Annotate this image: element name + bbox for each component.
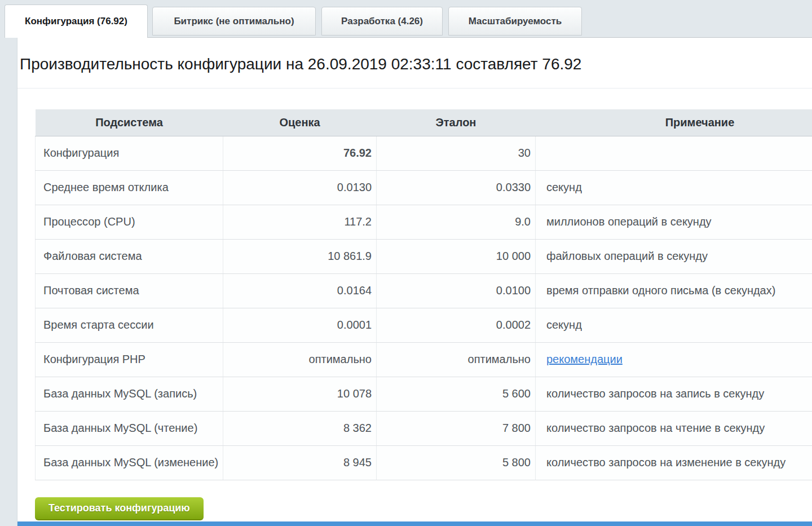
score-cell: 8 945 (223, 445, 377, 480)
standard-cell: 7 800 (377, 411, 536, 445)
score-cell: 0.0001 (223, 308, 377, 342)
subsystem-name-cell: База данных MySQL (чтение) (36, 411, 223, 445)
standard-cell: оптимально (377, 342, 536, 377)
standard-cell: 9.0 (377, 205, 536, 239)
test-configuration-button[interactable]: Тестировать конфигурацию (35, 497, 204, 520)
table-row: Почтовая система0.01640.0100время отправ… (36, 273, 812, 308)
tab-bar: Конфигурация (76.92) Битрикс (не оптимал… (0, 0, 812, 37)
tab-scalability-label: Масштабируемость (469, 16, 562, 27)
standard-cell: 0.0330 (377, 170, 536, 205)
table-area: Подсистема Оценка Эталон Примечание Конф… (17, 88, 812, 480)
tab-bitrix[interactable]: Битрикс (не оптимально) (152, 7, 316, 36)
table-row: Конфигурация PHPоптимальнооптимальнореко… (36, 342, 812, 377)
score-cell: 0.0130 (223, 170, 377, 205)
subsystem-name-cell: Файловая система (36, 239, 223, 273)
standard-cell: 0.0002 (377, 308, 536, 342)
standard-cell: 5 800 (377, 445, 536, 480)
score-cell: 117.2 (223, 205, 377, 239)
subsystem-name-cell: База данных MySQL (изменение) (36, 445, 223, 480)
score-cell: 8 362 (223, 411, 377, 445)
table-header-row: Подсистема Оценка Эталон Примечание (36, 109, 812, 136)
table-row: Процессор (CPU)117.29.0миллионов операци… (36, 205, 812, 239)
note-cell: миллионов операций в секунду (536, 205, 812, 239)
score-cell: 76.92 (223, 136, 377, 170)
recommendations-link[interactable]: рекомендации (546, 353, 623, 365)
table-row: База данных MySQL (запись)10 0785 600кол… (36, 377, 812, 411)
table-row: Конфигурация76.9230 (36, 136, 812, 170)
standard-cell: 0.0100 (377, 273, 536, 308)
note-cell: время отправки одного письма (в секундах… (536, 273, 812, 308)
column-header-score: Оценка (223, 109, 377, 136)
note-cell: файловых операций в секунду (536, 239, 812, 273)
standard-cell: 10 000 (377, 239, 536, 273)
table-row: Файловая система10 861.910 000файловых о… (36, 239, 812, 273)
bottom-accent-bar (17, 521, 812, 526)
note-cell: количество запросов на изменение в секун… (536, 445, 812, 480)
subsystem-name-cell: Среднее время отклика (36, 170, 223, 205)
subsystem-name-cell: Почтовая система (36, 273, 223, 308)
table-body: Конфигурация76.9230Среднее время отклика… (36, 136, 812, 480)
score-cell: 0.0164 (223, 273, 377, 308)
column-header-subsystem: Подсистема (36, 109, 223, 136)
note-cell: секунд (536, 170, 812, 205)
score-cell: 10 861.9 (223, 239, 377, 273)
score-cell: 10 078 (223, 377, 377, 411)
tab-scalability[interactable]: Масштабируемость (448, 7, 582, 36)
standard-cell: 5 600 (377, 377, 536, 411)
note-cell: количество запросов на чтение в секунду (536, 411, 812, 445)
column-header-standard: Эталон (377, 109, 536, 136)
page-title: Производительность конфигурации на 26.09… (20, 55, 812, 73)
tab-development-label: Разработка (4.26) (341, 16, 423, 27)
subsystem-name-cell: Конфигурация PHP (36, 342, 223, 377)
subsystem-name-cell: Конфигурация (36, 136, 223, 170)
content-panel: Производительность конфигурации на 26.09… (17, 37, 812, 526)
score-cell: оптимально (223, 342, 377, 377)
table-row: База данных MySQL (изменение)8 9455 800к… (36, 445, 812, 480)
tab-development[interactable]: Разработка (4.26) (321, 7, 443, 36)
tab-configuration[interactable]: Конфигурация (76.92) (5, 5, 148, 38)
performance-table-wrap: Подсистема Оценка Эталон Примечание Конф… (17, 89, 812, 480)
tab-configuration-label: Конфигурация (76.92) (25, 16, 127, 27)
subsystem-name-cell: Время старта сессии (36, 308, 223, 342)
note-cell (536, 136, 812, 170)
column-header-note: Примечание (536, 109, 812, 136)
subsystem-name-cell: База данных MySQL (запись) (36, 377, 223, 411)
note-cell: количество запросов на запись в секунду (536, 377, 812, 411)
note-cell: рекомендации (536, 342, 812, 377)
performance-table: Подсистема Оценка Эталон Примечание Конф… (35, 109, 812, 480)
subsystem-name-cell: Процессор (CPU) (36, 205, 223, 239)
note-cell: секунд (536, 308, 812, 342)
table-row: Время старта сессии0.00010.0002секунд (36, 308, 812, 342)
table-row: База данных MySQL (чтение)8 3627 800коли… (36, 411, 812, 445)
table-row: Среднее время отклика0.01300.0330секунд (36, 170, 812, 205)
standard-cell: 30 (377, 136, 536, 170)
tab-bitrix-label: Битрикс (не оптимально) (174, 16, 294, 27)
